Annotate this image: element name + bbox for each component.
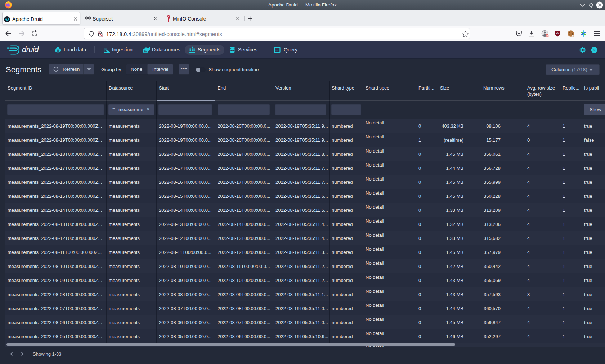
svg-text:?: ? [593, 48, 595, 52]
svg-text:UO: UO [556, 32, 559, 34]
